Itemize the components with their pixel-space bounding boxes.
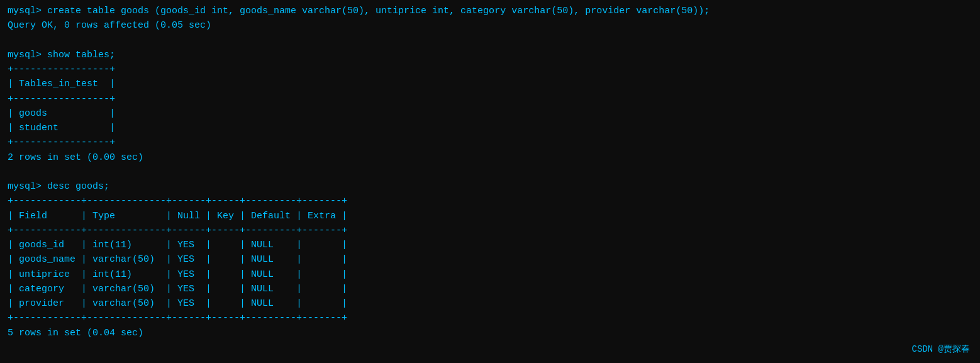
watermark: CSDN @贾探春: [912, 343, 970, 357]
terminal-line: +-----------------+: [8, 92, 972, 106]
terminal-line: | Tables_in_test |: [8, 77, 972, 91]
terminal-line: | Field | Type | Null | Key | Default | …: [8, 209, 972, 223]
terminal-line: +-----------------+: [8, 62, 972, 77]
terminal-line: | goods |: [8, 106, 972, 121]
terminal-line: [8, 165, 972, 179]
terminal-line: Query OK, 0 rows affected (0.05 sec): [8, 18, 972, 33]
terminal-line: mysql> show tables;: [8, 48, 972, 62]
terminal-line: +------------+--------------+------+----…: [8, 223, 972, 238]
terminal-line: +-----------------+: [8, 135, 972, 150]
terminal-line: mysql> create table goods (goods_id int,…: [8, 4, 972, 18]
terminal-line: 2 rows in set (0.00 sec): [8, 150, 972, 165]
terminal-line: | goods_name | varchar(50) | YES | | NUL…: [8, 252, 972, 267]
terminal-line: | category | varchar(50) | YES | | NULL …: [8, 282, 972, 296]
terminal-line: mysql> desc goods;: [8, 179, 972, 194]
terminal-line: [8, 33, 972, 48]
terminal-line: 5 rows in set (0.04 sec): [8, 326, 972, 340]
terminal-window: mysql> create table goods (goods_id int,…: [8, 4, 972, 340]
terminal-line: +------------+--------------+------+----…: [8, 311, 972, 325]
terminal-line: | untiprice | int(11) | YES | | NULL | |: [8, 267, 972, 282]
terminal-line: | provider | varchar(50) | YES | | NULL …: [8, 296, 972, 311]
terminal-line: | goods_id | int(11) | YES | | NULL | |: [8, 238, 972, 252]
terminal-line: | student |: [8, 121, 972, 135]
terminal-line: +------------+--------------+------+----…: [8, 194, 972, 208]
